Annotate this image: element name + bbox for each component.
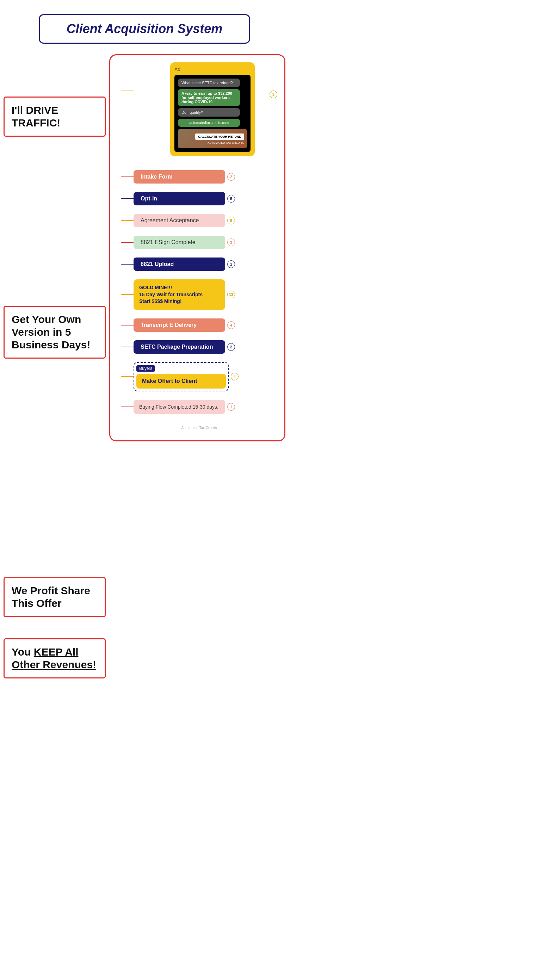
page-title: Client Acquisition System [54, 21, 235, 36]
atc-logo: AUTOMATED TAX CREDITS [195, 141, 244, 144]
version-label: Get Your Own Version in 5 Business Days! [11, 313, 98, 351]
esign-num: 3 [227, 239, 235, 246]
flow-row-upload: 8821 Upload 1 [121, 258, 277, 271]
ad-bubble-1: What is the SETC tax refund? [178, 79, 240, 87]
make-offer-btn[interactable]: Make Offert to Client [136, 374, 226, 389]
goldmine-text2: 15 Day Wait for Transcripts [139, 291, 220, 299]
ad-bubble-3: Do I qualify? [178, 108, 240, 116]
intake-connector [121, 176, 134, 177]
make-offer-num: 4 [231, 373, 239, 381]
flow-row-agreement: Agreement Acceptance 8 [121, 214, 277, 227]
ad-connector-line [121, 90, 134, 91]
drive-traffic-box: I'll DRIVE TRAFFIC! [3, 97, 106, 137]
buying-flow-connector [121, 407, 134, 407]
goldmine-box: GOLD MINE!!! 15 Day Wait for Transcripts… [134, 279, 225, 310]
setc-btn[interactable]: SETC Package Preparation [134, 340, 225, 354]
intake-num: 2 [227, 173, 235, 181]
main-layout: I'll DRIVE TRAFFIC! Get Your Own Version… [0, 54, 289, 686]
ad-bubble-2: A way to earn up to $32,200 for self-emp… [178, 89, 240, 106]
flow-row-buying-flow: Buying Flow Completed 15-30 days. 1 [121, 400, 277, 414]
keep-box: You KEEP All Other Revenues! [3, 638, 106, 678]
agreement-connector [121, 220, 134, 221]
setc-connector [121, 347, 134, 347]
goldmine-connector [121, 294, 134, 295]
version-box: Get Your Own Version in 5 Business Days! [3, 306, 106, 358]
right-flow: Ad What is the SETC tax refund? A way to… [109, 54, 285, 441]
upload-connector [121, 264, 134, 265]
profit-label: We Profit Share This Offer [11, 584, 98, 610]
keep-label: You KEEP All Other Revenues! [11, 646, 98, 671]
drive-traffic-label: I'll DRIVE TRAFFIC! [11, 104, 98, 129]
calculate-button[interactable]: CALCULATE YOUR REFUND [195, 134, 244, 140]
make-offer-wrapper: Buyers Make Offert to Client [134, 362, 229, 391]
optin-connector [121, 198, 134, 199]
buying-flow-text: Buying Flow Completed 15-30 days. [139, 404, 218, 410]
goldmine-num: 13 [227, 291, 235, 299]
title-box: Client Acquisition System [39, 14, 250, 44]
ad-circle-num: 3 [270, 90, 277, 98]
flow-row-goldmine: GOLD MINE!!! 15 Day Wait for Transcripts… [121, 279, 277, 310]
upload-btn[interactable]: 8821 Upload [134, 258, 225, 271]
profit-box: We Profit Share This Offer [3, 577, 106, 617]
upload-num: 1 [227, 260, 235, 268]
agreement-num: 8 [227, 216, 235, 224]
flow-row-setc: SETC Package Preparation 2 [121, 340, 277, 354]
ad-bubble-4: automatedtaxcredits.com [178, 119, 240, 127]
flow-row-make-offer: Buyers Make Offert to Client 4 [121, 362, 277, 391]
flow-row-esign: 8821 ESign Complete 3 [121, 236, 277, 249]
make-offer-connector [121, 376, 134, 377]
ad-label: Ad [175, 66, 251, 72]
flow-row-intake: Intake Form 2 [121, 170, 277, 184]
esign-btn[interactable]: 8821 ESign Complete [134, 236, 225, 249]
ad-badge: 3 [267, 90, 277, 98]
flow-row-transcript: Transcript E Delivery 4 [121, 318, 277, 332]
ad-box: Ad What is the SETC tax refund? A way to… [170, 62, 255, 156]
setc-num: 2 [227, 343, 235, 351]
flow-row-optin: Opt-in 5 [121, 192, 277, 205]
ad-money-image: CALCULATE YOUR REFUND AUTOMATED TAX CRED… [178, 129, 247, 148]
transcript-btn[interactable]: Transcript E Delivery [134, 318, 225, 332]
buying-flow-num: 1 [227, 403, 235, 411]
goldmine-text: GOLD MINE!!! [139, 284, 220, 291]
footer-credit: Automated Tax Credits [121, 422, 277, 430]
transcript-connector [121, 325, 134, 326]
ad-content: What is the SETC tax refund? A way to ea… [175, 75, 251, 152]
esign-connector [121, 242, 134, 243]
optin-btn[interactable]: Opt-in [134, 192, 225, 205]
buyers-tag: Buyers [136, 365, 155, 371]
goldmine-text3: Start $$$$ Mining! [139, 298, 220, 305]
buying-flow-box: Buying Flow Completed 15-30 days. [134, 400, 225, 414]
left-labels: I'll DRIVE TRAFFIC! Get Your Own Version… [3, 54, 106, 686]
intake-form-btn[interactable]: Intake Form [134, 170, 225, 184]
agreement-btn[interactable]: Agreement Acceptance [134, 214, 225, 227]
optin-num: 5 [227, 195, 235, 203]
ad-section: Ad What is the SETC tax refund? A way to… [121, 62, 277, 163]
transcript-num: 4 [227, 321, 235, 329]
